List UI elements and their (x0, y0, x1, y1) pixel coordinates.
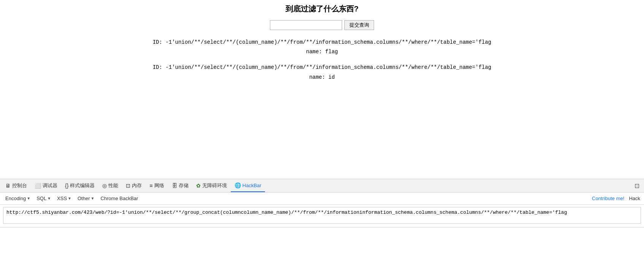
network-label: 网络 (154, 182, 164, 189)
sql-label: SQL (36, 196, 46, 201)
devtools-network[interactable]: ≡ 网络 (146, 179, 168, 192)
storage-label: 存储 (179, 182, 189, 189)
result-id-line-1: ID: -1'union/**/select/**/(column_name)/… (153, 38, 492, 47)
devtools-storage[interactable]: 🗄 存储 (168, 179, 192, 192)
submit-button[interactable]: 提交查询 (344, 20, 374, 30)
devtools-style-editor[interactable]: {} 样式编辑器 (61, 179, 98, 192)
devtools-bar: 🖥 控制台 ⬜ 调试器 {} 样式编辑器 ◎ 性能 ⊡ 内存 ≡ 网络 🗄 存储… (0, 179, 644, 192)
url-bar-area (0, 205, 644, 227)
globe-icon: 🌐 (235, 182, 241, 188)
hackbar-xss[interactable]: XSS ▼ (54, 192, 75, 204)
chrome-backbar-label: Chrome BackBar (100, 196, 138, 201)
accessibility-label: 无障碍环境 (202, 182, 227, 189)
devtools-performance[interactable]: ◎ 性能 (98, 179, 122, 192)
result-block-2: ID: -1'union/**/select/**/(column_name)/… (153, 63, 492, 82)
style-editor-icon: {} (65, 183, 68, 189)
storage-icon: 🗄 (172, 183, 177, 189)
other-label: Other (78, 196, 90, 201)
memory-icon: ⊡ (126, 183, 130, 189)
style-editor-label: 样式编辑器 (70, 182, 95, 189)
hackbar-encoding[interactable]: Encoding ▼ (2, 192, 33, 204)
network-icon: ≡ (149, 183, 152, 189)
encoding-label: Encoding (5, 196, 26, 201)
hackbar-hack-label: Hack (627, 196, 642, 201)
devtools-memory[interactable]: ⊡ 内存 (122, 179, 146, 192)
search-input[interactable] (270, 20, 342, 30)
performance-icon: ◎ (102, 183, 107, 189)
hack-text: Hack (629, 196, 640, 201)
hackbar-toolbar: Encoding ▼ SQL ▼ XSS ▼ Other ▼ Chrome Ba… (0, 192, 644, 205)
devtools-console[interactable]: 🖥 控制台 (2, 179, 31, 192)
debugger-label: 调试器 (43, 182, 57, 189)
hackbar-devtools-label: HackBar (243, 183, 262, 188)
performance-label: 性能 (108, 182, 118, 189)
sql-arrow-icon: ▼ (47, 196, 51, 200)
xss-label: XSS (57, 196, 67, 201)
devtools-hackbar[interactable]: 🌐 HackBar (231, 179, 265, 192)
other-arrow-icon: ▼ (90, 196, 94, 200)
console-label: 控制台 (12, 182, 27, 189)
accessibility-icon: ✿ (196, 183, 201, 189)
url-input[interactable] (3, 207, 641, 224)
devtools-debugger[interactable]: ⬜ 调试器 (31, 179, 61, 192)
console-icon: 🖥 (5, 183, 11, 189)
hackbar-chrome-backbar[interactable]: Chrome BackBar (97, 192, 141, 204)
contribute-label: Contribute me! (592, 196, 624, 201)
debugger-icon: ⬜ (35, 183, 41, 189)
search-row: 提交查询 (270, 20, 374, 30)
result-id-line-2: ID: -1'union/**/select/**/(column_name)/… (153, 63, 492, 72)
devtools-accessibility[interactable]: ✿ 无障碍环境 (192, 179, 231, 192)
memory-label: 内存 (132, 182, 142, 189)
result-block-1: ID: -1'union/**/select/**/(column_name)/… (153, 38, 492, 57)
main-content: 到底过滤了什么东西? 提交查询 ID: -1'union/**/select/*… (0, 0, 644, 179)
encoding-arrow-icon: ▼ (27, 196, 30, 200)
result-name-line-2: name: id (153, 73, 492, 82)
hackbar-other[interactable]: Other ▼ (75, 192, 97, 204)
result-name-line-1: name: flag (153, 47, 492, 57)
devtools-overflow-icon[interactable]: ⊡ (631, 182, 642, 189)
hackbar-contribute-link[interactable]: Contribute me! (589, 196, 627, 201)
xss-arrow-icon: ▼ (68, 196, 71, 200)
hackbar-sql[interactable]: SQL ▼ (33, 192, 54, 204)
page-title: 到底过滤了什么东西? (286, 4, 358, 14)
